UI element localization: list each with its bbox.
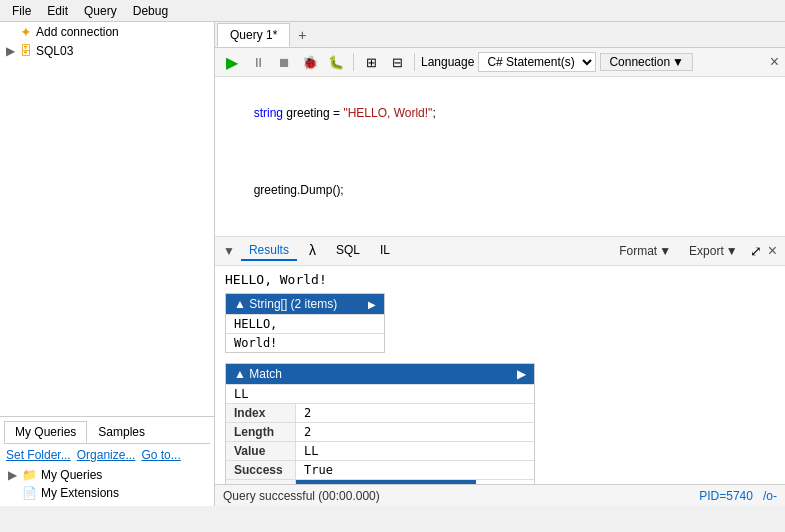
grid-view-icon[interactable]: ⊞ [360, 51, 382, 73]
editor-toolbar: ▶ ⏸ ⏹ 🐞 🐛 ⊞ ⊟ Language C# Statement(s) C… [215, 48, 785, 77]
string-array-header[interactable]: ▲ String[] (2 items) ▶ [226, 294, 384, 314]
match-success-row: Success True [226, 460, 534, 479]
set-folder-link[interactable]: Set Folder... [6, 448, 71, 462]
string-array-block: ▲ String[] (2 items) ▶ HELLO, World! [225, 293, 385, 353]
pause-button[interactable]: ⏸ [247, 51, 269, 73]
connection-label: Connection [609, 55, 670, 69]
left-panel-bottom: My Queries Samples Set Folder... Organiz… [0, 417, 214, 506]
go-to-link[interactable]: Go to... [141, 448, 180, 462]
results-tab-sql[interactable]: SQL [328, 241, 368, 261]
add-connection-item[interactable]: ✦ Add connection [0, 22, 214, 42]
string-array-item-1: World! [226, 333, 384, 352]
organize-link[interactable]: Organize... [77, 448, 136, 462]
extensions-icon: 📄 [22, 486, 37, 500]
query-tab-1[interactable]: Query 1* [217, 23, 290, 47]
match-index-row: Index 2 [226, 403, 534, 422]
match-block-header[interactable]: ▲ Match ▶ [226, 364, 534, 384]
match-index-value: 2 [296, 404, 319, 422]
toolbar-separator-2 [414, 53, 415, 71]
folder-icon: 📁 [22, 468, 37, 482]
left-panel-links: Set Folder... Organize... Go to... [4, 448, 210, 462]
match-length-value: 2 [296, 423, 319, 441]
left-panel: ✦ Add connection ▶ 🗄 SQL03 My Queries Sa… [0, 22, 215, 506]
status-pid: PID=5740 /o- [699, 489, 777, 503]
star-icon: ✦ [20, 24, 32, 40]
code-line-2 [227, 143, 773, 162]
match-success-value: True [296, 461, 341, 479]
right-panel: Query 1* + ▶ ⏸ ⏹ 🐞 🐛 ⊞ ⊟ Language C# Sta… [215, 22, 785, 506]
my-queries-folder[interactable]: ▶ 📁 My Queries [4, 466, 210, 484]
my-extensions-label: My Extensions [41, 486, 119, 500]
sql03-label: SQL03 [36, 44, 73, 58]
menu-debug[interactable]: Debug [125, 2, 176, 20]
panel-tab-row: My Queries Samples [4, 421, 210, 444]
main-layout: ✦ Add connection ▶ 🗄 SQL03 My Queries Sa… [0, 22, 785, 506]
results-content: HELLO, World! ▲ String[] (2 items) ▶ HEL… [215, 266, 785, 484]
result-hello-world: HELLO, World! [225, 272, 775, 287]
folder-expand-icon: ▶ [8, 468, 22, 482]
close-panel-button[interactable]: × [770, 53, 779, 71]
menu-file[interactable]: File [4, 2, 39, 20]
match-success-label: Success [226, 461, 296, 479]
panel-tab-samples[interactable]: Samples [87, 421, 156, 443]
connection-button[interactable]: Connection ▼ [600, 53, 693, 71]
expand-results-icon[interactable]: ⤢ [750, 243, 762, 259]
code-line-3: greeting.Dump(); [227, 162, 773, 220]
connection-dropdown-icon: ▼ [672, 55, 684, 69]
match-header-text: ▲ Match [234, 367, 282, 381]
export-dropdown-icon: ▼ [726, 244, 738, 258]
status-bar: Query successful (00:00.000) PID=5740 /o… [215, 484, 785, 506]
db-icon: 🗄 [20, 44, 32, 58]
debug-step-icon[interactable]: 🐛 [325, 51, 347, 73]
menu-edit[interactable]: Edit [39, 2, 76, 20]
my-extensions-folder[interactable]: 📄 My Extensions [4, 484, 210, 502]
match-value-label: Value [226, 442, 296, 460]
match-block: ▲ Match ▶ LL Index 2 Length 2 Value LL S [225, 363, 535, 484]
match-index-label: Index [226, 404, 296, 422]
toolbar-separator-1 [353, 53, 354, 71]
my-queries-label: My Queries [41, 468, 102, 482]
run-button[interactable]: ▶ [221, 51, 243, 73]
results-collapse-icon[interactable]: ▼ [223, 244, 235, 258]
add-connection-label: Add connection [36, 25, 119, 39]
add-tab-button[interactable]: + [290, 25, 314, 45]
panel-tab-myqueries[interactable]: My Queries [4, 421, 87, 443]
expand-icon-sql: ▶ [6, 44, 20, 58]
match-length-row: Length 2 [226, 422, 534, 441]
format-button[interactable]: Format ▼ [613, 243, 677, 259]
results-tab-lambda[interactable]: λ [301, 240, 324, 262]
results-tab-il[interactable]: IL [372, 241, 398, 261]
code-line-1: string greeting = "HELLO, World!"; [227, 85, 773, 143]
results-toolbar: ▼ Results λ SQL IL Format ▼ Export ▼ ⤢ × [215, 237, 785, 266]
results-tab-results[interactable]: Results [241, 241, 297, 261]
match-length-label: Length [226, 423, 296, 441]
string-array-item-0: HELLO, [226, 314, 384, 333]
menu-query[interactable]: Query [76, 2, 125, 20]
language-label: Language [421, 55, 474, 69]
list-view-icon[interactable]: ⊟ [386, 51, 408, 73]
match-value-display: LL [226, 384, 534, 403]
string-array-expand-icon: ▶ [368, 299, 376, 310]
stop-button[interactable]: ⏹ [273, 51, 295, 73]
status-text: Query successful (00:00.000) [223, 489, 380, 503]
format-label: Format [619, 244, 657, 258]
menu-bar: File Edit Query Debug [0, 0, 785, 22]
string-array-header-text: ▲ String[] (2 items) [234, 297, 337, 311]
code-line-4: greeting.Split().Dump(); [227, 219, 773, 237]
results-actions: Format ▼ Export ▼ ⤢ × [613, 242, 777, 260]
format-dropdown-icon: ▼ [659, 244, 671, 258]
export-label: Export [689, 244, 724, 258]
language-select[interactable]: C# Statement(s) [478, 52, 596, 72]
export-button[interactable]: Export ▼ [683, 243, 744, 259]
match-value-val: LL [296, 442, 326, 460]
bug-icon[interactable]: 🐞 [299, 51, 321, 73]
query-tab-bar: Query 1* + [215, 22, 785, 48]
sql03-item[interactable]: ▶ 🗄 SQL03 [0, 42, 214, 60]
close-results-icon[interactable]: × [768, 242, 777, 260]
code-editor[interactable]: string greeting = "HELLO, World!"; greet… [215, 77, 785, 237]
match-expand-icon: ▶ [517, 367, 526, 381]
match-value-row: Value LL [226, 441, 534, 460]
left-panel-top: ✦ Add connection ▶ 🗄 SQL03 [0, 22, 214, 417]
